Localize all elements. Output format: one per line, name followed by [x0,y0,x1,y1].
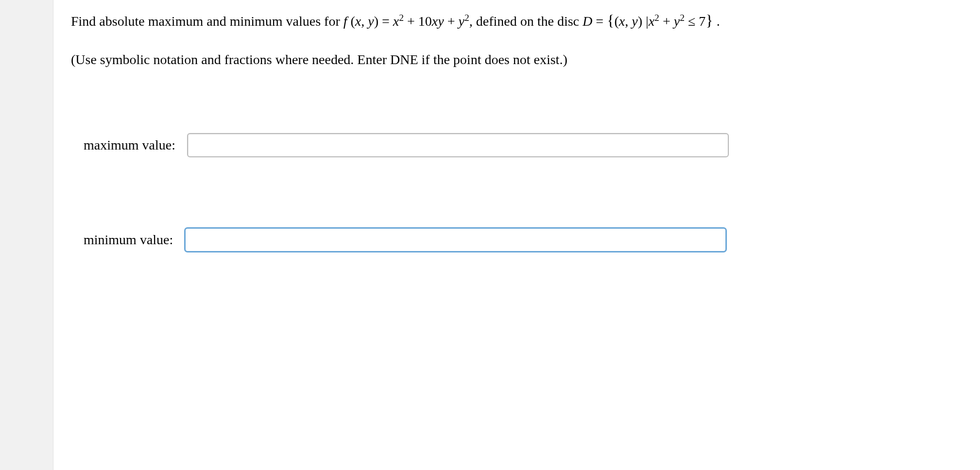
cond-y: y [674,14,680,29]
math-x2-var: x [393,14,399,29]
set-y: y [632,14,637,29]
math-x: x [355,14,361,29]
math-xy-y: y [438,14,444,29]
minimum-input[interactable] [185,228,726,252]
problem-statement: Find absolute maximum and minimum values… [71,9,965,32]
math-plus1: + 10 [404,14,432,29]
math-fargs-open: ( [347,14,355,29]
problem-prefix: Find absolute maximum and minimum values… [71,14,344,29]
math-plus2: + [444,14,459,29]
set-open: ( [615,14,619,29]
math-fargs-sep: , [361,14,368,29]
math-y2-sup: 2 [464,13,469,23]
set-sep: , [625,14,632,29]
math-D: D [583,14,592,29]
minimum-row: minimum value: [71,228,965,252]
question-content: Find absolute maximum and minimum values… [53,0,980,470]
minimum-label: minimum value: [84,232,173,248]
defined-on: , defined on the disc [469,14,583,29]
instruction-text: (Use symbolic notation and fractions whe… [71,50,965,70]
math-y2-var: y [459,14,464,29]
cond-x: x [649,14,654,29]
math-lbrace: { [607,12,614,29]
math-rbrace: } [705,12,713,29]
math-xy-x: x [432,14,438,29]
math-x2-sup: 2 [399,13,404,23]
math-f: f [344,14,347,29]
math-period: . [713,14,720,29]
set-close: ) | [638,14,649,29]
maximum-label: maximum value: [84,137,175,153]
math-fargs-close: ) = [374,14,393,29]
cond-x-sup: 2 [654,13,659,23]
math-y: y [368,14,374,29]
math-equals: = [592,14,607,29]
cond-plus: + [659,14,674,29]
maximum-row: maximum value: [71,133,965,157]
cond-y-sup: 2 [680,13,685,23]
left-margin [0,0,53,470]
cond-leq: ≤ 7 [685,14,705,29]
maximum-input[interactable] [187,133,729,157]
set-x: x [619,14,625,29]
